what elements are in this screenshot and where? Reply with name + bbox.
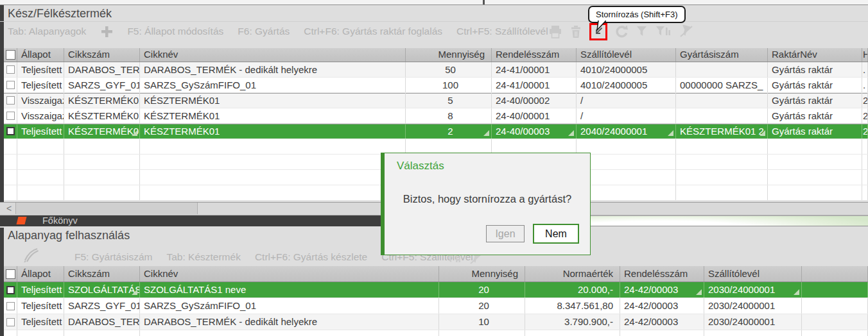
cell-warehouse[interactable]: Gyártás raktár	[768, 78, 862, 92]
cell-cb[interactable]	[4, 155, 17, 169]
cell-delivery[interactable]: 4010/24000005	[577, 62, 676, 77]
cell-order[interactable]: 24-41/00001	[492, 62, 577, 77]
cell-state[interactable]	[17, 185, 64, 200]
table-row[interactable]: TeljesítettSZOLGÁLTATÁS1SZOLGÁLTATÁS1 ne…	[4, 282, 868, 298]
cell-sku[interactable]: DARABOS_TERMÉK	[64, 314, 140, 330]
cell-delivery[interactable]: 2030/24000001	[704, 314, 802, 330]
cell-sku[interactable]: SARZS_GYF_01	[64, 298, 140, 314]
cell-sku[interactable]	[64, 330, 140, 336]
cell-qty[interactable]: 50	[406, 62, 492, 77]
cell-prod[interactable]	[676, 108, 768, 123]
toolbar-ctrlf6-foglalas[interactable]: Ctrl+F6: Gyártás raktár foglalás	[304, 26, 442, 37]
print-icon[interactable]	[548, 25, 562, 38]
cell-h[interactable]	[862, 139, 868, 154]
cell-sku[interactable]: DARABOS_TERMÉK	[64, 62, 140, 77]
scrollbar-thumb[interactable]	[15, 203, 198, 214]
cell-h[interactable]	[862, 155, 868, 169]
cell-h[interactable]: 2	[862, 124, 868, 139]
column-header-order[interactable]: Rendelésszám	[492, 48, 577, 62]
cell-warehouse[interactable]: Gyártás raktár	[768, 93, 862, 108]
cell-qty[interactable]: 8	[406, 108, 492, 123]
cell-delivery[interactable]: 2030/24000001	[704, 298, 802, 314]
cell-state[interactable]: Teljesített	[17, 62, 64, 77]
row-checkbox[interactable]	[6, 286, 15, 294]
cell-state[interactable]	[17, 330, 64, 336]
row-checkbox[interactable]	[6, 127, 15, 135]
column-header-prod[interactable]: Gyártásiszám	[676, 48, 768, 62]
cell-cb[interactable]	[4, 78, 17, 92]
cell-qty[interactable]: 2	[406, 124, 492, 139]
column-header-warehouse[interactable]: RaktárNév	[768, 48, 862, 62]
cell-sku[interactable]	[64, 185, 140, 200]
cell-sp[interactable]	[802, 282, 868, 298]
cell-state[interactable]: Teljesített	[17, 298, 64, 314]
cell-state[interactable]: Teljesített	[17, 314, 64, 330]
cell-sku[interactable]	[64, 155, 140, 169]
cell-prod[interactable]	[676, 185, 768, 200]
cell-delivery[interactable]: /	[577, 108, 676, 123]
cell-order[interactable]: 24-42/00003	[620, 298, 704, 314]
cell-prod[interactable]	[676, 93, 768, 108]
cell-h[interactable]: 2	[862, 108, 868, 123]
cell-delivery[interactable]	[577, 170, 676, 185]
cell-order[interactable]: 24-40/00002	[492, 93, 577, 108]
column-header-delivery[interactable]: Szállítólevél	[577, 48, 676, 62]
column-header-h[interactable]: H	[862, 48, 868, 62]
table-row[interactable]: TeljesítettDARABOS_TERMÉKDARABOS_TERMÉK …	[4, 62, 868, 78]
cell-state[interactable]: Visszaigazolt	[17, 93, 64, 108]
cell-sp[interactable]	[802, 330, 868, 336]
table-row[interactable]: TeljesítettSARZS_GYF_01SARZS_GySzámFIFO_…	[4, 298, 868, 314]
filter-icon[interactable]	[636, 26, 648, 37]
cell-sku[interactable]: SARZS_GYF_01	[64, 78, 140, 92]
edit-pencil-icon[interactable]	[22, 248, 40, 265]
toolbar-f5-allapot[interactable]: F5: Állapot módosítás	[127, 26, 223, 37]
column-header-name[interactable]: Cikknév	[140, 48, 406, 62]
toolbar-f5-gyartasiszam[interactable]: F5: Gyártásiszám	[74, 251, 152, 263]
cell-cb[interactable]	[4, 185, 17, 200]
cell-sku[interactable]: KÉSZTERMÉK01	[64, 93, 140, 108]
cell-qty[interactable]: 20	[439, 282, 525, 298]
cell-warehouse[interactable]	[768, 155, 862, 169]
cell-cb[interactable]	[4, 93, 17, 108]
cell-cb[interactable]	[4, 124, 17, 139]
cell-h[interactable]	[862, 170, 868, 185]
cell-sku[interactable]	[64, 139, 140, 154]
cell-name[interactable]	[140, 139, 406, 154]
column-header-state[interactable]: Állapot	[17, 48, 64, 62]
cell-order[interactable]: 24-42/00003	[620, 314, 704, 330]
column-header-sku[interactable]: Cikkszám	[64, 266, 140, 281]
cell-delivery[interactable]	[704, 330, 802, 336]
cell-warehouse[interactable]	[768, 185, 862, 200]
select-all-checkbox[interactable]	[6, 50, 15, 60]
cell-name[interactable]: KÉSZTERMÉK01	[140, 108, 406, 123]
column-header-qty[interactable]: Mennyiség	[406, 48, 492, 62]
table-row[interactable]: TeljesítettKÉSZTERMÉK01KÉSZTERMÉK01224-4…	[4, 124, 868, 139]
cell-delivery[interactable]: /	[577, 93, 676, 108]
cell-prod[interactable]	[676, 62, 768, 77]
toolbar-ctrlf6-keszlet[interactable]: Ctrl+F6: Gyártás készlete	[255, 251, 367, 263]
cell-name[interactable]: SARZS_GySzámFIFO_01	[140, 298, 439, 314]
cell-order[interactable]: 24-40/00003	[492, 124, 577, 139]
column-header-qty[interactable]: Mennyiség	[439, 266, 525, 281]
cell-cb[interactable]	[4, 108, 17, 123]
cell-h[interactable]: 2	[862, 93, 868, 108]
yes-button[interactable]: Igen	[486, 225, 525, 242]
cell-delivery[interactable]	[577, 185, 676, 200]
cell-delivery[interactable]: 4010/24000005	[577, 78, 676, 92]
cell-qty[interactable]: 5	[406, 93, 492, 108]
cell-state[interactable]: Teljesített	[17, 282, 64, 298]
column-header-name[interactable]: Cikknév	[140, 266, 439, 281]
cell-state[interactable]: Teljesített	[17, 78, 64, 92]
cell-state[interactable]	[17, 155, 64, 169]
row-checkbox[interactable]	[6, 302, 15, 310]
filter-clear-icon[interactable]	[678, 25, 694, 38]
scrollbar-left-arrow-icon[interactable]: <	[6, 203, 12, 214]
table-row[interactable]: VisszaigazoltKÉSZTERMÉK01KÉSZTERMÉK01824…	[4, 108, 868, 124]
cell-qty[interactable]: 20	[439, 298, 525, 314]
cell-h[interactable]: .	[862, 78, 868, 92]
delete-icon[interactable]	[569, 25, 582, 38]
cell-name[interactable]: SZOLGÁLTATÁS1 neve	[140, 282, 439, 298]
cell-name[interactable]: KÉSZTERMÉK01	[140, 124, 406, 139]
row-checkbox[interactable]	[6, 318, 15, 326]
cell-warehouse[interactable]: Gyártás raktár	[768, 62, 862, 77]
